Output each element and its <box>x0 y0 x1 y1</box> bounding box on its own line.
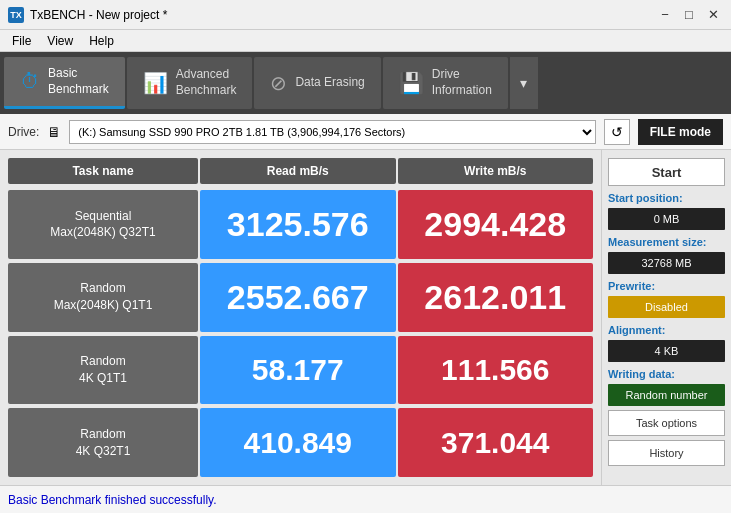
table-row: RandomMax(2048K) Q1T1 2552.667 2612.011 <box>8 263 593 332</box>
tab-basic-benchmark[interactable]: ⏱ BasicBenchmark <box>4 57 125 109</box>
basic-benchmark-icon: ⏱ <box>20 70 40 93</box>
start-position-value: 0 MB <box>608 208 725 230</box>
table-header: Task name Read mB/s Write mB/s <box>8 158 593 184</box>
toolbar-dropdown-button[interactable]: ▾ <box>510 57 538 109</box>
data-erasing-icon: ⊘ <box>270 71 287 95</box>
toolbar: ⏱ BasicBenchmark 📊 AdvancedBenchmark ⊘ D… <box>0 52 731 114</box>
advanced-benchmark-icon: 📊 <box>143 71 168 95</box>
col-header-task: Task name <box>8 158 198 184</box>
refresh-button[interactable]: ↺ <box>604 119 630 145</box>
col-header-read: Read mB/s <box>200 158 396 184</box>
chevron-down-icon: ▾ <box>520 75 527 91</box>
prewrite-value: Disabled <box>608 296 725 318</box>
menu-file[interactable]: File <box>4 32 39 50</box>
basic-benchmark-label: BasicBenchmark <box>48 66 109 97</box>
status-bar: Basic Benchmark finished successfully. <box>0 485 731 513</box>
refresh-icon: ↺ <box>611 124 623 140</box>
start-position-label: Start position: <box>608 192 725 204</box>
table-row: Random4K Q32T1 410.849 371.044 <box>8 408 593 477</box>
start-button[interactable]: Start <box>608 158 725 186</box>
tab-drive-information[interactable]: 💾 DriveInformation <box>383 57 508 109</box>
tab-data-erasing[interactable]: ⊘ Data Erasing <box>254 57 380 109</box>
menu-bar: File View Help <box>0 30 731 52</box>
minimize-button[interactable]: − <box>655 5 675 25</box>
menu-view[interactable]: View <box>39 32 81 50</box>
main-content: Task name Read mB/s Write mB/s Sequentia… <box>0 150 731 485</box>
history-button[interactable]: History <box>608 440 725 466</box>
benchmark-area: Task name Read mB/s Write mB/s Sequentia… <box>0 150 601 485</box>
prewrite-label: Prewrite: <box>608 280 725 292</box>
write-value-random-4k-q32: 371.044 <box>398 408 594 477</box>
data-erasing-label: Data Erasing <box>295 75 364 91</box>
app-icon: TX <box>8 7 24 23</box>
read-value-sequential: 3125.576 <box>200 190 396 259</box>
measurement-size-label: Measurement size: <box>608 236 725 248</box>
read-value-random-4k-q1: 58.177 <box>200 336 396 405</box>
drive-selector[interactable]: (K:) Samsung SSD 990 PRO 2TB 1.81 TB (3,… <box>69 120 595 144</box>
alignment-value: 4 KB <box>608 340 725 362</box>
status-text: Basic Benchmark finished successfully. <box>8 493 217 507</box>
drive-label: Drive: <box>8 125 39 139</box>
title-bar: TX TxBENCH - New project * − □ ✕ <box>0 0 731 30</box>
title-bar-left: TX TxBENCH - New project * <box>8 7 167 23</box>
file-mode-button[interactable]: FILE mode <box>638 119 723 145</box>
close-button[interactable]: ✕ <box>703 5 723 25</box>
col-header-write: Write mB/s <box>398 158 594 184</box>
write-value-random-4k-q1: 111.566 <box>398 336 594 405</box>
window-title: TxBENCH - New project * <box>30 8 167 22</box>
table-row: SequentialMax(2048K) Q32T1 3125.576 2994… <box>8 190 593 259</box>
maximize-button[interactable]: □ <box>679 5 699 25</box>
read-value-random-4k-q32: 410.849 <box>200 408 396 477</box>
writing-data-value: Random number <box>608 384 725 406</box>
drive-information-icon: 💾 <box>399 71 424 95</box>
drive-bar: Drive: 🖥 (K:) Samsung SSD 990 PRO 2TB 1.… <box>0 114 731 150</box>
tab-advanced-benchmark[interactable]: 📊 AdvancedBenchmark <box>127 57 253 109</box>
task-name-random-4k-q1: Random4K Q1T1 <box>8 336 198 405</box>
task-name-random-max: RandomMax(2048K) Q1T1 <box>8 263 198 332</box>
write-value-random-max: 2612.011 <box>398 263 594 332</box>
measurement-size-value: 32768 MB <box>608 252 725 274</box>
task-name-random-4k-q32: Random4K Q32T1 <box>8 408 198 477</box>
advanced-benchmark-label: AdvancedBenchmark <box>176 67 237 98</box>
drive-information-label: DriveInformation <box>432 67 492 98</box>
write-value-sequential: 2994.428 <box>398 190 594 259</box>
task-name-sequential: SequentialMax(2048K) Q32T1 <box>8 190 198 259</box>
task-options-button[interactable]: Task options <box>608 410 725 436</box>
writing-data-label: Writing data: <box>608 368 725 380</box>
right-panel: Start Start position: 0 MB Measurement s… <box>601 150 731 485</box>
table-row: Random4K Q1T1 58.177 111.566 <box>8 336 593 405</box>
read-value-random-max: 2552.667 <box>200 263 396 332</box>
menu-help[interactable]: Help <box>81 32 122 50</box>
drive-icon: 🖥 <box>47 124 61 140</box>
alignment-label: Alignment: <box>608 324 725 336</box>
window-controls: − □ ✕ <box>655 5 723 25</box>
